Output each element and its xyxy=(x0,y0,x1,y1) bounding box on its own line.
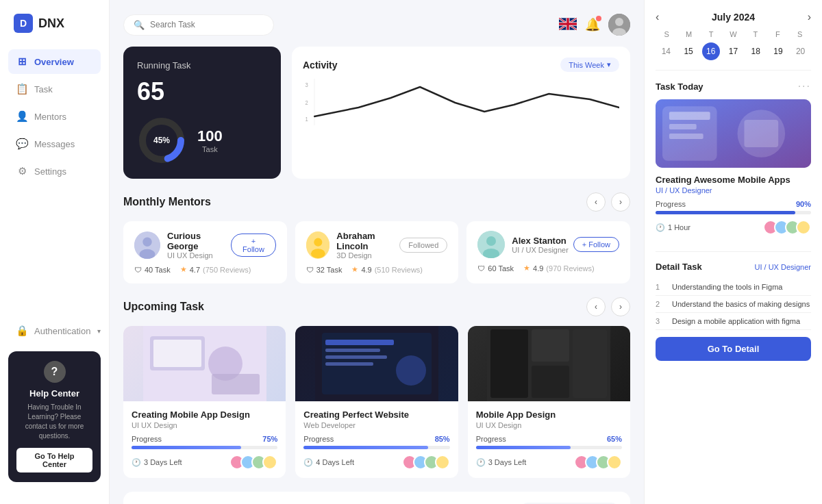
upcoming-tasks-row: Creating Mobile App Design UI UX Design … xyxy=(123,326,630,478)
task-icon-2: 🛡 xyxy=(477,264,485,273)
mentor-top-0: Curious George UI UX Design + Follow xyxy=(134,231,276,260)
svg-rect-50 xyxy=(573,329,607,398)
mentor-follow-button-0[interactable]: + Follow xyxy=(231,234,275,257)
task-today-card-role: UI / UX Designer xyxy=(656,186,811,194)
mentor-card-0: Curious George UI UX Design + Follow 🛡 4… xyxy=(123,221,287,284)
cal-day-19[interactable]: 19 xyxy=(769,42,787,60)
go-to-help-button[interactable]: Go To Help Center xyxy=(16,448,92,473)
upcoming-next-button[interactable]: › xyxy=(611,297,630,316)
dt-text-1: Understand the basics of making designs xyxy=(672,300,810,308)
detail-task-item-2: 3 Design a mobile application with figma xyxy=(656,313,811,330)
task-today-title: Task Today xyxy=(656,81,703,92)
mentor-info-1: Abraham Lincoln 3D Design xyxy=(306,231,400,260)
chevron-icon: ▾ xyxy=(97,327,101,335)
task-icon-1: 🛡 xyxy=(306,266,314,274)
svg-text:S: S xyxy=(590,126,594,127)
svg-rect-55 xyxy=(669,134,703,139)
mentor-role-0: UI UX Design xyxy=(167,251,231,260)
language-flag[interactable] xyxy=(559,18,577,32)
sidebar-item-mentors[interactable]: 👤 Mentors xyxy=(8,104,101,129)
activity-card: Activity This Week ▾ 3 2 1 S M T W T xyxy=(292,47,630,179)
svg-text:3: 3 xyxy=(305,81,308,88)
task-img-svg-0 xyxy=(143,326,266,401)
task-img-svg-1 xyxy=(315,326,438,401)
sidebar-label-mentors: Mentors xyxy=(34,112,66,122)
progress-bar-wrap-2 xyxy=(476,446,622,449)
svg-rect-41 xyxy=(325,340,394,345)
mentors-next-button[interactable]: › xyxy=(611,192,630,212)
task-name-2: Mobile App Design xyxy=(476,410,622,420)
progress-pct-0: 75% xyxy=(262,435,277,443)
activity-header: Activity This Week ▾ xyxy=(303,58,619,72)
cal-day-20[interactable]: 20 xyxy=(792,42,810,60)
mentor-info-2: Alex Stanton UI / UX Designer xyxy=(477,231,569,258)
sidebar-item-authentication[interactable]: 🔒 Authentication ▾ xyxy=(8,318,101,343)
svg-rect-54 xyxy=(669,124,697,129)
topbar-right: 🔔 xyxy=(559,14,630,36)
week-filter[interactable]: This Week ▾ xyxy=(560,58,619,72)
task-today-more-button[interactable]: ··· xyxy=(798,80,811,92)
mentors-prev-button[interactable]: ‹ xyxy=(586,192,606,212)
progress-row-2: Progress 65% xyxy=(476,435,622,443)
mentor-follow-button-1[interactable]: Followed xyxy=(399,238,447,253)
right-panel: ‹ July 2024 › S M T W T F S 14 15 16 17 … xyxy=(644,0,822,504)
dt-text-2: Design a mobile application with figma xyxy=(672,317,800,325)
svg-rect-47 xyxy=(490,329,528,398)
svg-text:S: S xyxy=(314,126,319,127)
auth-icon: 🔒 xyxy=(16,325,27,336)
sidebar-item-messages[interactable]: 💬 Messages xyxy=(8,131,101,156)
app-logo: D DNX xyxy=(0,14,109,49)
mentors-icon: 👤 xyxy=(16,111,27,122)
sidebar-item-task[interactable]: 📋 Task xyxy=(8,77,101,101)
member-avatar xyxy=(262,455,277,470)
detail-task-section: Detail Task UI / UX Designer 1 Understan… xyxy=(656,262,811,361)
cal-day-14[interactable]: 14 xyxy=(657,42,675,60)
progress-label-0: Progress xyxy=(132,435,162,443)
upcoming-prev-button[interactable]: ‹ xyxy=(586,297,606,316)
task-body-0: Creating Mobile App Design UI UX Design … xyxy=(123,401,286,478)
sidebar: D DNX ⊞ Overview 📋 Task 👤 Mentors 💬 Mess… xyxy=(0,0,110,504)
svg-point-32 xyxy=(486,236,496,246)
user-avatar[interactable] xyxy=(608,14,630,36)
svg-rect-38 xyxy=(212,374,260,394)
svg-text:1: 1 xyxy=(305,115,308,123)
task-today-header: Task Today ··· xyxy=(656,80,811,92)
task-today-footer: 🕐 1 Hour xyxy=(656,220,811,235)
svg-point-45 xyxy=(396,355,426,386)
task-total-num: 100 xyxy=(197,127,223,145)
task-count-icon: 🛡 xyxy=(134,266,142,274)
sidebar-item-settings[interactable]: ⚙ Settings xyxy=(8,159,101,184)
help-center-box: ? Help Center Having Trouble In Learning… xyxy=(8,351,101,482)
svg-rect-43 xyxy=(325,355,387,359)
search-box[interactable]: 🔍 xyxy=(123,14,274,36)
divider-2 xyxy=(656,251,811,252)
calendar-next-button[interactable]: › xyxy=(808,11,811,23)
progress-pct-2: 65% xyxy=(607,435,622,443)
mentor-follow-button-2[interactable]: + Follow xyxy=(573,237,619,252)
go-to-detail-button[interactable]: Go To Detail xyxy=(656,337,811,361)
task-image-1 xyxy=(295,326,458,401)
calendar-prev-button[interactable]: ‹ xyxy=(656,11,659,23)
mentor-name-2: Alex Stanton xyxy=(512,236,569,246)
member-avatar xyxy=(607,455,622,470)
cal-day-18[interactable]: 18 xyxy=(747,42,764,60)
clock-icon-2: 🕐 xyxy=(476,458,486,467)
cal-day-15[interactable]: 15 xyxy=(680,42,697,60)
svg-point-30 xyxy=(311,249,325,258)
notification-icon[interactable]: 🔔 xyxy=(585,17,600,32)
mentor-card-1: Abraham Lincoln 3D Design Followed 🛡 32 … xyxy=(295,221,459,284)
help-desc: Having Trouble In Learning? Please conta… xyxy=(16,403,92,441)
progress-row-0: Progress 75% xyxy=(132,435,277,443)
cal-day-16-today[interactable]: 16 xyxy=(702,42,720,60)
sidebar-item-overview[interactable]: ⊞ Overview xyxy=(8,49,101,74)
upcoming-section-header: Upcoming Task ‹ › xyxy=(123,297,630,316)
avatars-1 xyxy=(402,455,450,470)
task-body-1: Creating Perfect Website Web Developer P… xyxy=(295,401,458,478)
mentor-avatar-2 xyxy=(477,231,505,258)
mentor-top-1: Abraham Lincoln 3D Design Followed xyxy=(306,231,448,260)
search-input[interactable] xyxy=(150,20,264,29)
calendar-header: ‹ July 2024 › xyxy=(656,11,811,23)
detail-task-role: UI / UX Designer xyxy=(754,263,811,271)
cal-day-17[interactable]: 17 xyxy=(724,42,742,60)
mentor-name-1: Abraham Lincoln xyxy=(336,231,399,251)
